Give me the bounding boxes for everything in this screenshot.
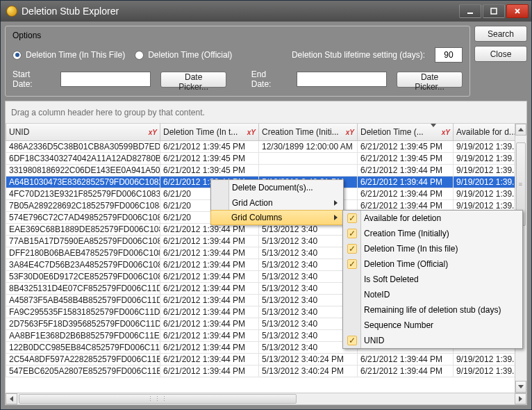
table-cell: A45873F5AB458B4B852579FD006C11DD [6,294,160,306]
submenu-label: Deletion Time (In this file) [364,244,458,254]
table-cell: 5/13/2012 3:40:24 PM [259,353,358,365]
submenu-item[interactable]: ✓Deletion Time (Official) [343,256,522,272]
submenu-item[interactable]: ✓UNID [343,333,522,348]
scroll-up-button[interactable] [515,124,526,136]
context-menu[interactable]: Delete Document(s)... Grid Action Grid C… [210,179,344,225]
col-available-for-deletion[interactable]: Available for d... [454,124,515,140]
table-cell: 6/21/2012 1:39:44 PM [160,306,259,318]
submenu-item[interactable]: Sequence Number [343,318,522,333]
table-cell: 6/21/2012 1:39:44 PM [358,164,454,176]
horizontal-scrollbar[interactable]: ⋮⋮⋮ [6,393,526,404]
lifetime-input[interactable] [435,47,463,63]
end-date-input[interactable] [297,72,387,87]
submenu-label: Available for deletion [364,213,441,223]
titlebar[interactable]: Deletion Stub Explorer [1,1,531,22]
start-date-picker-button[interactable]: Date Picker... [160,72,226,88]
search-button[interactable]: Search [474,26,527,42]
table-cell: 6/21/2012 1:39:45 PM [358,140,454,152]
submenu-label: Remaining life of deletion stub (days) [364,305,501,315]
table-cell: 53F30D0E6D9172CE852579FD006C108A [6,270,160,282]
col-creation-time[interactable]: Creation Time (Initi...xY [259,124,358,140]
table-cell: 9/19/2012 1:39... [454,176,515,188]
table-cell: 9/19/2012 1:39... [454,164,515,176]
col-deletion-time-thisfile[interactable]: Deletion Time (In t...xY [160,124,259,140]
submenu-item[interactable]: ✓Deletion Time (In this file) [343,241,522,256]
scroll-left-button[interactable] [6,393,17,404]
radio-deletion-time-thisfile[interactable]: Deletion Time (In This File) [13,50,125,60]
table-cell: 9/19/2012 1:39... [454,188,515,199]
scroll-track[interactable]: ⋮⋮⋮ [17,393,515,404]
submenu-item[interactable]: Remaining life of deletion stub (days) [343,302,522,318]
submenu-label: UNID [364,336,384,345]
sort-desc-icon [431,124,436,137]
check-icon [347,274,357,284]
menu-grid-action[interactable]: Grid Action [211,195,343,211]
menu-delete-documents[interactable]: Delete Document(s)... [211,180,343,195]
filter-icon[interactable]: xY [247,128,256,136]
close-button[interactable]: Close [474,46,527,62]
table-cell: 6/21/2012 1:39:45 PM [160,152,259,164]
table-row[interactable]: 2C54A8DF597A2282852579FD006C11E26/21/201… [6,353,515,365]
chevron-up-icon [518,128,524,131]
chevron-left-icon [10,396,13,402]
options-legend: Options [13,31,463,40]
check-icon [347,305,357,315]
table-row[interactable]: 6DF18C33403274042A11A12AD82780B76/21/201… [6,152,515,164]
table-row[interactable]: 3319808186922C06DE143EE0A941A5096/21/201… [6,164,515,176]
check-icon [347,320,357,330]
radio-deletion-time-official[interactable]: Deletion Time (Official) [135,50,232,60]
scroll-down-button[interactable] [515,381,526,393]
table-cell: AA8BF1E368D2B6B852579FD006C11E0 [6,329,160,341]
table-cell: FA9C295535F15831852579FD006C11DE [6,306,160,318]
submenu-item[interactable]: NoteID [343,287,522,302]
table-cell: 6/21/2012 1:39:44 PM [358,353,454,365]
submenu-label: NoteID [364,290,390,300]
table-cell: 12/30/1899 12:00:00 AM [259,140,358,152]
maximize-button[interactable] [483,4,505,18]
svg-rect-0 [467,13,473,14]
chevron-right-icon [519,396,522,402]
group-by-bar[interactable]: Drag a column header here to group by th… [6,101,526,124]
submenu-item[interactable]: Is Soft Deleted [343,272,522,287]
table-cell: 6/21/2012 1:39:44 PM [160,259,259,270]
submenu-label: Creation Time (Initially) [364,229,449,238]
filter-icon[interactable]: xY [442,128,450,136]
table-cell: 6/21/2012 1:39:44 PM [358,188,454,199]
table-cell: 7B05A289228692C1852579FD006C1084 [6,199,160,211]
window-title: Deletion Stub Explorer [22,6,459,17]
table-row[interactable]: 486A2336D5C38B01CB8A30599BD7ED826/21/201… [6,140,515,152]
minimize-button[interactable] [459,4,481,18]
table-cell: 6/21/2012 1:39:45 PM [160,164,259,176]
table-cell: 6/21/2012 1:39:45 PM [358,152,454,164]
table-cell: 6/21/2012 1:39:44 PM [160,235,259,247]
table-cell: 6/21/2012 1:39:44 PM [160,318,259,329]
scroll-right-button[interactable] [515,393,526,404]
submenu-label: Sequence Number [364,320,433,330]
col-deletion-time-official[interactable]: Deletion Time (...xY [358,124,454,140]
table-cell: 6/21/2012 1:39:44 PM [160,282,259,294]
table-cell: 3A84E4C7D56B23A4852579FD006C1089 [6,259,160,270]
close-window-button[interactable] [506,4,529,18]
table-cell [259,164,358,176]
options-group: Options Deletion Time (In This File) Del… [5,26,470,97]
scroll-thumb[interactable]: ⋮⋮⋮ [19,394,297,404]
menu-grid-columns[interactable]: Grid Columns [210,210,344,225]
col-unid[interactable]: UNIDxY [6,124,160,140]
table-cell [259,152,358,164]
table-cell: 2C54A8DF597A2282852579FD006C11E2 [6,353,160,365]
submenu-item[interactable]: ✓Creation Time (Initially) [343,226,522,241]
table-cell: 8B4325131D4E07CF852579FD006C11DC [6,282,160,294]
table-cell: 6/21/2012 1:39:44 PM [358,365,454,377]
filter-icon[interactable]: xY [346,128,354,136]
table-cell: 547EBC6205A2807E852579FD006C11E3 [6,365,160,377]
table-row[interactable]: 547EBC6205A2807E852579FD006C11E36/21/201… [6,365,515,377]
table-cell: DFF2180B06BAEB47852579FD006C1088 [6,247,160,259]
end-date-picker-button[interactable]: Date Picker... [397,72,463,88]
filter-icon[interactable]: xY [149,128,157,136]
table-cell: 9/19/2012 1:39... [454,140,515,152]
start-date-input[interactable] [60,72,151,87]
radio-icon [135,51,144,60]
grid-columns-submenu[interactable]: ✓Available for deletion✓Creation Time (I… [342,210,523,349]
table-cell: 77AB15A17D7590EA852579FD006C1087 [6,235,160,247]
submenu-item[interactable]: ✓Available for deletion [343,211,522,226]
